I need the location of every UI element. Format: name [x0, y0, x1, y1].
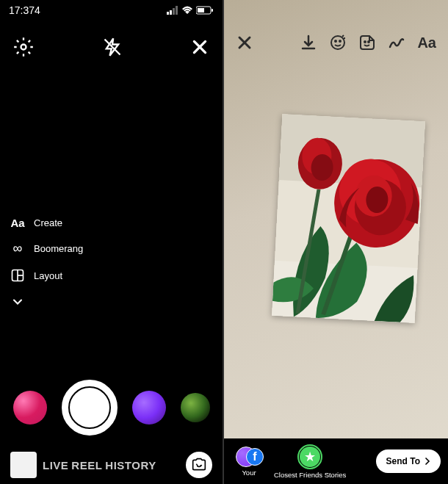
download-button[interactable]	[300, 34, 317, 51]
chevron-right-icon	[422, 455, 433, 467]
tab-reel[interactable]: REEL	[71, 459, 102, 472]
send-to-button[interactable]: Send To	[376, 449, 441, 473]
shutter-button[interactable]	[62, 380, 118, 436]
create-mode-label: Create	[34, 217, 62, 228]
chevron-down-icon	[9, 295, 26, 309]
flash-off-button[interactable]	[102, 37, 123, 57]
svg-rect-3	[176, 6, 178, 15]
text-tool-button[interactable]: Aa	[417, 35, 436, 51]
expand-modes[interactable]	[9, 295, 83, 309]
story-editor-screen: Aa	[224, 0, 448, 484]
shutter-row	[0, 380, 223, 436]
close-button[interactable]	[190, 37, 209, 57]
settings-button[interactable]	[13, 37, 34, 57]
tab-history[interactable]: HISTORY	[105, 459, 156, 472]
capture-mode-list: Aa Create ∞ Boomerang Layout	[9, 217, 83, 309]
share-bar: f Your ★ Closest Friends Stories Send To	[224, 438, 448, 484]
camera-screen: 17:374 Aa Create ∞ Boomerang	[0, 0, 224, 484]
svg-point-16	[331, 36, 344, 49]
svg-point-7	[21, 45, 26, 50]
tab-live[interactable]: LIVE	[43, 459, 68, 472]
svg-rect-6	[198, 8, 204, 12]
filter-right-1[interactable]	[132, 391, 166, 425]
your-story-avatar: f	[236, 447, 262, 467]
close-friends-icon: ★	[297, 444, 322, 469]
status-icons	[167, 6, 214, 15]
status-time: 17:374	[9, 4, 40, 16]
effects-button[interactable]	[329, 34, 347, 51]
status-bar: 17:374	[0, 4, 223, 16]
camera-top-controls	[0, 37, 223, 57]
editor-toolbar: Aa	[224, 34, 448, 51]
svg-rect-0	[167, 12, 169, 15]
boomerang-mode-label: Boomerang	[34, 243, 83, 254]
send-to-label: Send To	[386, 456, 420, 466]
facebook-badge-icon: f	[246, 448, 264, 466]
filter-left[interactable]	[13, 391, 47, 425]
draw-button[interactable]	[388, 34, 405, 51]
camera-bottom-bar: LIVE REEL HISTORY	[0, 452, 223, 478]
svg-point-19	[364, 41, 366, 43]
svg-point-18	[339, 40, 341, 42]
layout-mode[interactable]: Layout	[9, 268, 83, 283]
story-photo[interactable]	[272, 114, 425, 323]
close-editor-button[interactable]	[236, 34, 253, 51]
your-story-target[interactable]: f Your	[231, 447, 267, 477]
layout-mode-label: Layout	[34, 270, 62, 281]
svg-rect-1	[170, 10, 172, 15]
layout-grid-icon	[9, 268, 26, 283]
filter-right-2[interactable]	[181, 393, 210, 422]
boomerang-mode[interactable]: ∞ Boomerang	[9, 241, 83, 256]
svg-point-17	[335, 40, 336, 42]
svg-rect-5	[212, 9, 213, 12]
svg-point-20	[368, 41, 369, 43]
capture-tabs: LIVE REEL HISTORY	[43, 459, 180, 472]
your-story-label: Your	[242, 469, 256, 477]
close-friends-target[interactable]: ★ Closest Friends Stories	[274, 444, 346, 479]
close-friends-label: Closest Friends Stories	[274, 471, 346, 479]
text-aa-icon: Aa	[9, 217, 26, 229]
gallery-thumbnail[interactable]	[10, 452, 37, 478]
flip-camera-button[interactable]	[186, 452, 212, 478]
create-mode[interactable]: Aa Create	[9, 217, 83, 229]
svg-rect-2	[173, 8, 175, 15]
infinity-icon: ∞	[9, 241, 26, 256]
sticker-button[interactable]	[358, 34, 376, 51]
